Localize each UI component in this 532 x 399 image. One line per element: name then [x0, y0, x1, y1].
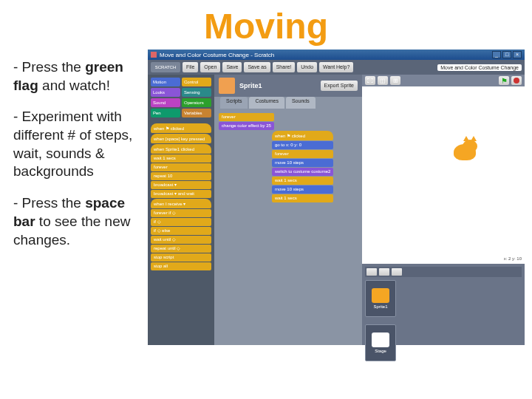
toolbar-open[interactable]: Open — [200, 62, 220, 72]
instruction-2: - Experiment with different # of steps, … — [13, 108, 139, 181]
window-titlebar: Move and Color Costume Change - Scratch … — [148, 50, 525, 60]
stage[interactable]: x: 2 y: 10 — [362, 86, 525, 264]
toolbar-file[interactable]: File — [183, 62, 198, 72]
palette-block[interactable]: if ◇ else — [151, 227, 211, 235]
view-mode-button[interactable]: ◫ — [378, 76, 388, 85]
palette-block[interactable]: broadcast ▾ — [151, 181, 211, 189]
script-block[interactable]: when ⚑ clicked — [272, 131, 333, 140]
palette-block[interactable]: wait 1 secs — [151, 154, 211, 163]
toolbar-share[interactable]: Share! — [273, 62, 296, 72]
block-palette: MotionControlLooksSensingSoundOperatorsP… — [148, 75, 214, 345]
palette-block[interactable]: stop all — [151, 262, 211, 270]
project-name: Move and Color Costume Change — [437, 64, 522, 71]
maximize-button[interactable]: □ — [502, 51, 511, 58]
cat-sprite-on-stage[interactable] — [451, 138, 480, 165]
palette-block[interactable]: forever — [151, 163, 211, 171]
script-block[interactable]: go to x: 0 y: 0 — [272, 141, 333, 149]
tab-costumes[interactable]: Costumes — [249, 97, 284, 109]
category-pen[interactable]: Pen — [151, 109, 180, 117]
presentation-mode-button[interactable]: ⛶ — [365, 76, 375, 85]
scratch-logo: SCRATCH — [151, 62, 180, 72]
green-flag-button[interactable]: ⚑ — [499, 76, 509, 85]
palette-block[interactable]: if ◇ — [151, 218, 211, 226]
category-operators[interactable]: Operators — [182, 98, 211, 107]
toolbar-save[interactable]: Save — [222, 62, 242, 72]
minimize-button[interactable]: _ — [492, 51, 501, 58]
tab-scripts[interactable]: Scripts — [220, 97, 248, 109]
zoom-button[interactable]: ⊞ — [390, 76, 400, 85]
script-block[interactable]: forever — [272, 150, 333, 158]
green-flag-icon: ⚑ — [501, 77, 508, 85]
tab-sounds[interactable]: Sounds — [286, 97, 316, 109]
palette-block[interactable]: when [space] key pressed — [151, 134, 211, 143]
palette-block[interactable]: when Sprite1 clicked — [151, 144, 211, 154]
script-block[interactable]: change color effect by 25 — [219, 122, 274, 130]
close-button[interactable]: × — [513, 51, 522, 58]
script-block[interactable]: move 10 steps — [272, 185, 333, 194]
instruction-1: - Press the green flag and watch! — [13, 58, 139, 95]
script-block[interactable]: switch to costume costume2 — [272, 168, 333, 176]
palette-block[interactable]: wait until ◇ — [151, 236, 211, 244]
stop-icon — [514, 78, 519, 83]
sprite-name-label: Sprite1 — [239, 82, 262, 89]
category-looks[interactable]: Looks — [151, 88, 180, 97]
export-sprite-button[interactable]: Export Sprite — [321, 81, 358, 91]
palette-block[interactable]: repeat until ◇ — [151, 245, 211, 253]
app-icon — [151, 52, 157, 58]
toolbar-help[interactable]: Want Help? — [319, 62, 353, 72]
scripts-panel: Sprite1 Export Sprite Scripts Costumes S… — [214, 75, 362, 345]
scripts-area[interactable]: foreverchange color effect by 25 when ⚑ … — [214, 109, 362, 345]
stage-controls: ⛶ ◫ ⊞ ⚑ — [362, 75, 525, 86]
category-sensing[interactable]: Sensing — [182, 88, 211, 97]
app-toolbar: SCRATCH File Open Save Save as Share! Un… — [148, 60, 525, 75]
palette-block[interactable]: when ⚑ clicked — [151, 123, 211, 133]
category-control[interactable]: Control — [182, 78, 211, 86]
category-variables[interactable]: Variables — [182, 109, 211, 117]
category-sound[interactable]: Sound — [151, 98, 180, 107]
sprite-list-panel: Sprite1 Stage — [362, 264, 525, 345]
slide-title: Moving — [0, 0, 532, 50]
stage-card[interactable]: Stage — [365, 324, 396, 361]
script-block[interactable]: wait 1 secs — [272, 177, 333, 185]
choose-sprite-button[interactable] — [379, 268, 389, 276]
window-title: Move and Color Costume Change - Scratch — [160, 52, 274, 58]
toolbar-saveas[interactable]: Save as — [244, 62, 270, 72]
paint-new-sprite-button[interactable] — [366, 268, 377, 276]
palette-block[interactable]: repeat 10 — [151, 172, 211, 180]
palette-block[interactable]: broadcast ▾ and wait — [151, 190, 211, 198]
sprite-card-sprite1[interactable]: Sprite1 — [365, 280, 396, 317]
script-block[interactable]: forever — [219, 113, 274, 121]
palette-block[interactable]: stop script — [151, 253, 211, 262]
category-motion[interactable]: Motion — [151, 78, 180, 86]
toolbar-undo[interactable]: Undo — [297, 62, 317, 72]
palette-block[interactable]: forever if ◇ — [151, 209, 211, 217]
palette-block[interactable]: when I receive ▾ — [151, 199, 211, 208]
instruction-3: - Press the space bar to see the new cha… — [13, 194, 139, 249]
stop-button[interactable] — [511, 76, 522, 85]
sprite-thumbnail — [219, 78, 235, 94]
scratch-app-window: Move and Color Costume Change - Scratch … — [148, 50, 525, 345]
script-block[interactable]: wait 1 secs — [272, 194, 333, 202]
instructions-panel: - Press the green flag and watch! - Expe… — [0, 50, 148, 345]
surprise-sprite-button[interactable] — [392, 268, 402, 276]
script-block[interactable]: move 10 steps — [272, 159, 333, 167]
mouse-xy-label: x: 2 y: 10 — [504, 256, 522, 261]
